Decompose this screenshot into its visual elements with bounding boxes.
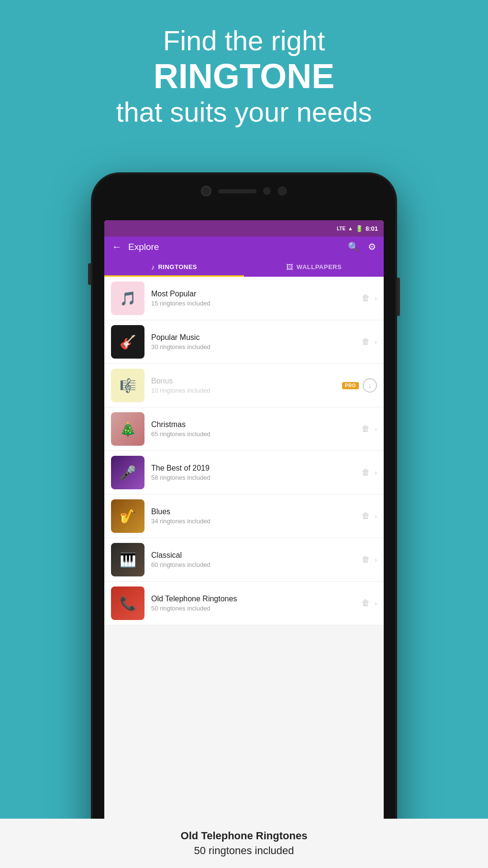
- thumb-old-telephone: 📞: [111, 586, 144, 620]
- item-actions: PRO ↓: [342, 378, 377, 393]
- delete-icon[interactable]: 🗑: [362, 468, 370, 477]
- chevron-right-icon: ›: [375, 512, 377, 520]
- delete-icon[interactable]: 🗑: [362, 598, 370, 608]
- pro-badge: PRO: [342, 382, 359, 389]
- signal-icon: ▲: [348, 225, 353, 231]
- time-display: 8:01: [366, 225, 378, 232]
- item-title: Popular Music: [151, 333, 355, 342]
- thumb-popular-music: 🎸: [111, 325, 144, 359]
- item-subtitle: 58 ringtones included: [151, 474, 355, 481]
- list-item[interactable]: 📞 Old Telephone Ringtones 50 ringtones i…: [104, 582, 384, 625]
- lte-indicator: LTE: [337, 226, 345, 231]
- item-subtitle: 30 ringtones included: [151, 343, 355, 350]
- chevron-right-icon: ›: [375, 469, 377, 476]
- item-subtitle: 65 ringtones included: [151, 430, 355, 438]
- tabs-bar: ♪ RINGTONES 🖼 WALLPAPERS: [104, 257, 384, 277]
- ringtones-list: 🎵 Most Popular 15 ringtones included 🗑 ›…: [104, 277, 384, 625]
- list-item[interactable]: 🎼 Bonus 10 ringtones included PRO ↓: [104, 364, 384, 407]
- item-info: Old Telephone Ringtones 50 ringtones inc…: [151, 595, 355, 612]
- earpiece: [218, 189, 256, 193]
- chevron-right-icon: ›: [375, 425, 377, 433]
- item-title: Most Popular: [151, 290, 355, 298]
- chevron-right-icon: ›: [375, 556, 377, 564]
- hero-line1: Find the right: [29, 24, 459, 57]
- item-info: Most Popular 15 ringtones included: [151, 290, 355, 307]
- thumb-best2019: 🎤: [111, 456, 144, 489]
- phone-body: LTE ▲ 🔋 8:01 ← Explore 🔍 ⚙ ♪: [91, 172, 397, 852]
- delete-icon[interactable]: 🗑: [362, 511, 370, 521]
- ringtones-tab-label: RINGTONES: [158, 263, 197, 271]
- item-subtitle: 34 ringtones included: [151, 518, 355, 525]
- item-actions: 🗑 ›: [362, 293, 377, 303]
- phone-top-sensors: [201, 186, 287, 196]
- delete-icon[interactable]: 🗑: [362, 424, 370, 434]
- thumb-classical: 🎹: [111, 543, 144, 576]
- item-actions: 🗑 ›: [362, 511, 377, 521]
- item-title: Christmas: [151, 420, 355, 429]
- chevron-right-icon: ›: [375, 599, 377, 607]
- item-actions: 🗑 ›: [362, 424, 377, 434]
- item-actions: 🗑 ›: [362, 598, 377, 608]
- item-title: Bonus: [151, 377, 335, 385]
- tab-ringtones[interactable]: ♪ RINGTONES: [104, 257, 244, 277]
- delete-icon[interactable]: 🗑: [362, 555, 370, 564]
- bottom-label-text: Old Telephone Ringtones 50 ringtones inc…: [181, 829, 308, 858]
- item-info: The Best of 2019 58 ringtones included: [151, 464, 355, 481]
- hero-line3: that suits your needs: [29, 95, 459, 129]
- item-info: Christmas 65 ringtones included: [151, 420, 355, 438]
- chevron-right-icon: ›: [375, 338, 377, 346]
- ringtones-tab-icon: ♪: [151, 263, 155, 271]
- item-subtitle: 60 ringtones included: [151, 561, 355, 568]
- hero-line2: RINGTONE: [29, 57, 459, 95]
- item-subtitle: 10 ringtones included: [151, 387, 335, 394]
- item-info: Classical 60 ringtones included: [151, 551, 355, 568]
- wallpapers-tab-label: WALLPAPERS: [297, 263, 342, 271]
- item-subtitle: 15 ringtones included: [151, 300, 355, 307]
- back-button[interactable]: ←: [112, 241, 122, 252]
- camera2: [277, 186, 287, 196]
- header-left: ← Explore: [112, 241, 159, 252]
- settings-icon[interactable]: ⚙: [368, 241, 376, 252]
- download-button[interactable]: ↓: [363, 378, 377, 393]
- search-icon[interactable]: 🔍: [348, 241, 359, 252]
- battery-icon: 🔋: [355, 225, 363, 232]
- item-title: Blues: [151, 507, 355, 516]
- chevron-right-icon: ›: [375, 294, 377, 302]
- side-button-left: [88, 263, 91, 285]
- side-button-right: [397, 278, 400, 316]
- sensor: [263, 187, 271, 195]
- thumb-most-popular: 🎵: [111, 282, 144, 315]
- item-actions: 🗑 ›: [362, 468, 377, 477]
- delete-icon[interactable]: 🗑: [362, 337, 370, 347]
- list-item[interactable]: 🎄 Christmas 65 ringtones included 🗑 ›: [104, 407, 384, 451]
- item-info: Bonus 10 ringtones included: [151, 377, 335, 394]
- delete-icon[interactable]: 🗑: [362, 293, 370, 303]
- item-title: Classical: [151, 551, 355, 560]
- phone-screen: LTE ▲ 🔋 8:01 ← Explore 🔍 ⚙ ♪: [104, 220, 384, 826]
- status-bar: LTE ▲ 🔋 8:01: [104, 220, 384, 237]
- item-actions: 🗑 ›: [362, 555, 377, 564]
- item-actions: 🗑 ›: [362, 337, 377, 347]
- item-title: Old Telephone Ringtones: [151, 595, 355, 603]
- list-item[interactable]: 🎸 Popular Music 30 ringtones included 🗑 …: [104, 320, 384, 364]
- header-title: Explore: [128, 242, 159, 252]
- thumb-christmas: 🎄: [111, 412, 144, 446]
- list-item[interactable]: 🎹 Classical 60 ringtones included 🗑 ›: [104, 538, 384, 582]
- tab-wallpapers[interactable]: 🖼 WALLPAPERS: [244, 257, 384, 277]
- bottom-label-section: Old Telephone Ringtones 50 ringtones inc…: [0, 819, 488, 868]
- app-header: ← Explore 🔍 ⚙: [104, 237, 384, 257]
- phone-container: LTE ▲ 🔋 8:01 ← Explore 🔍 ⚙ ♪: [91, 172, 397, 852]
- item-title: The Best of 2019: [151, 464, 355, 473]
- item-info: Popular Music 30 ringtones included: [151, 333, 355, 350]
- list-item[interactable]: 🎤 The Best of 2019 58 ringtones included…: [104, 451, 384, 495]
- header-actions: 🔍 ⚙: [348, 241, 376, 252]
- thumb-bonus: 🎼: [111, 369, 144, 402]
- wallpapers-tab-icon: 🖼: [286, 263, 293, 271]
- list-item[interactable]: 🎷 Blues 34 ringtones included 🗑 ›: [104, 495, 384, 538]
- item-info: Blues 34 ringtones included: [151, 507, 355, 525]
- front-camera: [201, 186, 211, 196]
- item-subtitle: 50 ringtones included: [151, 605, 355, 612]
- bottom-title: Old Telephone Ringtones: [181, 830, 308, 842]
- list-item[interactable]: 🎵 Most Popular 15 ringtones included 🗑 ›: [104, 277, 384, 320]
- hero-section: Find the right RINGTONE that suits your …: [0, 0, 488, 128]
